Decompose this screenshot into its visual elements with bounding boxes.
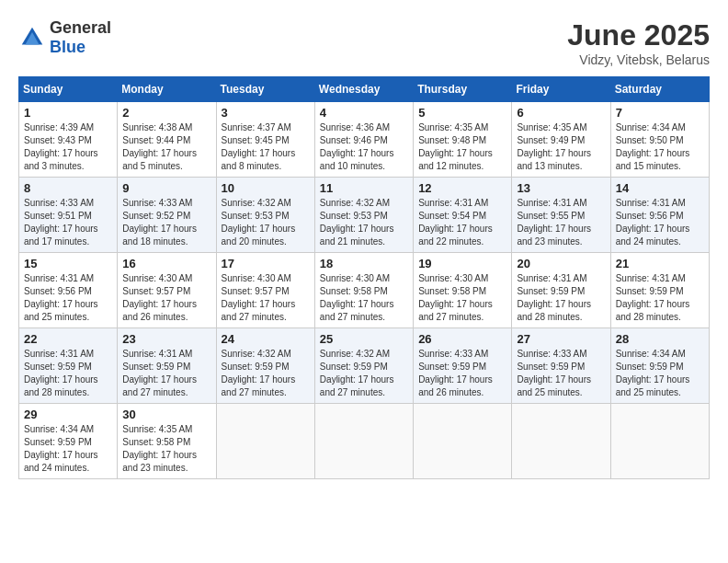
day-detail: Sunrise: 4:31 AMSunset: 9:56 PMDaylight:…: [24, 272, 112, 324]
logo-icon: [18, 24, 46, 52]
logo-text-general: General: [50, 18, 111, 37]
day-detail: Sunrise: 4:30 AMSunset: 9:58 PMDaylight:…: [320, 272, 408, 324]
calendar-week-row: 22Sunrise: 4:31 AMSunset: 9:59 PMDayligh…: [19, 328, 710, 404]
calendar-header-row: SundayMondayTuesdayWednesdayThursdayFrid…: [19, 77, 710, 102]
day-detail: Sunrise: 4:38 AMSunset: 9:44 PMDaylight:…: [122, 121, 210, 173]
calendar-week-row: 29Sunrise: 4:34 AMSunset: 9:59 PMDayligh…: [19, 404, 710, 479]
calendar-day-header: Thursday: [414, 77, 512, 102]
day-detail: Sunrise: 4:39 AMSunset: 9:43 PMDaylight:…: [24, 121, 112, 173]
day-detail: Sunrise: 4:33 AMSunset: 9:51 PMDaylight:…: [24, 197, 112, 248]
location-title: Vidzy, Vitebsk, Belarus: [567, 52, 710, 67]
calendar-day-header: Saturday: [610, 77, 709, 102]
calendar-cell: 2Sunrise: 4:38 AMSunset: 9:44 PMDaylight…: [118, 102, 216, 178]
day-number: 20: [517, 257, 605, 270]
calendar-cell: 20Sunrise: 4:31 AMSunset: 9:59 PMDayligh…: [512, 253, 610, 328]
day-detail: Sunrise: 4:35 AMSunset: 9:58 PMDaylight:…: [122, 423, 210, 475]
calendar-table: SundayMondayTuesdayWednesdayThursdayFrid…: [18, 76, 710, 479]
calendar-cell: 12Sunrise: 4:31 AMSunset: 9:54 PMDayligh…: [414, 178, 512, 253]
day-detail: Sunrise: 4:31 AMSunset: 9:56 PMDaylight:…: [616, 197, 704, 248]
day-number: 22: [24, 332, 112, 346]
page-header: General Blue June 2025 Vidzy, Vitebsk, B…: [18, 18, 710, 67]
day-detail: Sunrise: 4:34 AMSunset: 9:50 PMDaylight:…: [616, 121, 704, 173]
calendar-day-header: Friday: [512, 77, 610, 102]
calendar-cell: [512, 404, 610, 479]
day-detail: Sunrise: 4:30 AMSunset: 9:57 PMDaylight:…: [122, 272, 210, 324]
calendar-cell: 16Sunrise: 4:30 AMSunset: 9:57 PMDayligh…: [118, 253, 216, 328]
day-number: 13: [517, 181, 605, 195]
day-number: 9: [122, 181, 210, 195]
calendar-cell: 30Sunrise: 4:35 AMSunset: 9:58 PMDayligh…: [118, 404, 216, 479]
day-number: 11: [320, 181, 408, 195]
calendar-cell: 17Sunrise: 4:30 AMSunset: 9:57 PMDayligh…: [216, 253, 314, 328]
day-number: 12: [418, 181, 506, 195]
day-number: 2: [122, 106, 210, 120]
calendar-cell: 5Sunrise: 4:35 AMSunset: 9:48 PMDaylight…: [414, 102, 512, 178]
calendar-cell: 21Sunrise: 4:31 AMSunset: 9:59 PMDayligh…: [610, 253, 709, 328]
calendar-cell: 4Sunrise: 4:36 AMSunset: 9:46 PMDaylight…: [314, 102, 413, 178]
calendar-cell: 29Sunrise: 4:34 AMSunset: 9:59 PMDayligh…: [19, 404, 118, 479]
calendar-cell: 22Sunrise: 4:31 AMSunset: 9:59 PMDayligh…: [19, 328, 118, 404]
day-detail: Sunrise: 4:32 AMSunset: 9:53 PMDaylight:…: [320, 197, 408, 248]
calendar-cell: 10Sunrise: 4:32 AMSunset: 9:53 PMDayligh…: [216, 178, 314, 253]
day-number: 28: [616, 332, 704, 346]
day-number: 4: [320, 106, 408, 120]
calendar-cell: 3Sunrise: 4:37 AMSunset: 9:45 PMDaylight…: [216, 102, 314, 178]
calendar-cell: 27Sunrise: 4:33 AMSunset: 9:59 PMDayligh…: [512, 328, 610, 404]
logo: General Blue: [18, 18, 111, 57]
calendar-cell: 9Sunrise: 4:33 AMSunset: 9:52 PMDaylight…: [118, 178, 216, 253]
day-detail: Sunrise: 4:34 AMSunset: 9:59 PMDaylight:…: [24, 423, 112, 475]
calendar-cell: 25Sunrise: 4:32 AMSunset: 9:59 PMDayligh…: [314, 328, 413, 404]
day-detail: Sunrise: 4:33 AMSunset: 9:52 PMDaylight:…: [122, 197, 210, 248]
day-detail: Sunrise: 4:31 AMSunset: 9:59 PMDaylight:…: [616, 272, 704, 324]
day-number: 27: [517, 332, 605, 346]
calendar-week-row: 8Sunrise: 4:33 AMSunset: 9:51 PMDaylight…: [19, 178, 710, 253]
day-number: 1: [24, 106, 112, 120]
day-number: 17: [222, 257, 310, 270]
day-detail: Sunrise: 4:32 AMSunset: 9:59 PMDaylight:…: [222, 348, 310, 399]
day-detail: Sunrise: 4:31 AMSunset: 9:55 PMDaylight:…: [517, 197, 605, 248]
day-detail: Sunrise: 4:34 AMSunset: 9:59 PMDaylight:…: [616, 348, 704, 399]
day-number: 24: [222, 332, 310, 346]
calendar-cell: [216, 404, 314, 479]
calendar-cell: 7Sunrise: 4:34 AMSunset: 9:50 PMDaylight…: [610, 102, 709, 178]
day-number: 30: [122, 408, 210, 421]
calendar-cell: 15Sunrise: 4:31 AMSunset: 9:56 PMDayligh…: [19, 253, 118, 328]
day-number: 21: [616, 257, 704, 270]
day-detail: Sunrise: 4:31 AMSunset: 9:54 PMDaylight:…: [418, 197, 506, 248]
calendar-cell: 6Sunrise: 4:35 AMSunset: 9:49 PMDaylight…: [512, 102, 610, 178]
calendar-cell: [314, 404, 413, 479]
day-number: 3: [222, 106, 310, 120]
day-number: 10: [222, 181, 310, 195]
calendar-cell: 11Sunrise: 4:32 AMSunset: 9:53 PMDayligh…: [314, 178, 413, 253]
calendar-cell: 8Sunrise: 4:33 AMSunset: 9:51 PMDaylight…: [19, 178, 118, 253]
day-number: 14: [616, 181, 704, 195]
day-detail: Sunrise: 4:36 AMSunset: 9:46 PMDaylight:…: [320, 121, 408, 173]
month-title: June 2025: [567, 18, 710, 52]
day-number: 5: [418, 106, 506, 120]
day-detail: Sunrise: 4:31 AMSunset: 9:59 PMDaylight:…: [24, 348, 112, 399]
calendar-cell: 26Sunrise: 4:33 AMSunset: 9:59 PMDayligh…: [414, 328, 512, 404]
logo-text-blue: Blue: [50, 38, 85, 56]
day-number: 23: [122, 332, 210, 346]
day-detail: Sunrise: 4:30 AMSunset: 9:58 PMDaylight:…: [418, 272, 506, 324]
calendar-cell: 14Sunrise: 4:31 AMSunset: 9:56 PMDayligh…: [610, 178, 709, 253]
calendar-cell: 19Sunrise: 4:30 AMSunset: 9:58 PMDayligh…: [414, 253, 512, 328]
day-number: 6: [517, 106, 605, 120]
calendar-day-header: Sunday: [19, 77, 118, 102]
calendar-cell: 1Sunrise: 4:39 AMSunset: 9:43 PMDaylight…: [19, 102, 118, 178]
calendar-day-header: Monday: [118, 77, 216, 102]
day-detail: Sunrise: 4:33 AMSunset: 9:59 PMDaylight:…: [517, 348, 605, 399]
day-number: 18: [320, 257, 408, 270]
day-number: 25: [320, 332, 408, 346]
day-number: 16: [122, 257, 210, 270]
day-detail: Sunrise: 4:35 AMSunset: 9:48 PMDaylight:…: [418, 121, 506, 173]
calendar-day-header: Tuesday: [216, 77, 314, 102]
day-detail: Sunrise: 4:31 AMSunset: 9:59 PMDaylight:…: [122, 348, 210, 399]
day-number: 8: [24, 181, 112, 195]
day-detail: Sunrise: 4:37 AMSunset: 9:45 PMDaylight:…: [222, 121, 310, 173]
calendar-cell: 13Sunrise: 4:31 AMSunset: 9:55 PMDayligh…: [512, 178, 610, 253]
calendar-cell: 18Sunrise: 4:30 AMSunset: 9:58 PMDayligh…: [314, 253, 413, 328]
day-number: 15: [24, 257, 112, 270]
day-detail: Sunrise: 4:31 AMSunset: 9:59 PMDaylight:…: [517, 272, 605, 324]
day-detail: Sunrise: 4:30 AMSunset: 9:57 PMDaylight:…: [222, 272, 310, 324]
